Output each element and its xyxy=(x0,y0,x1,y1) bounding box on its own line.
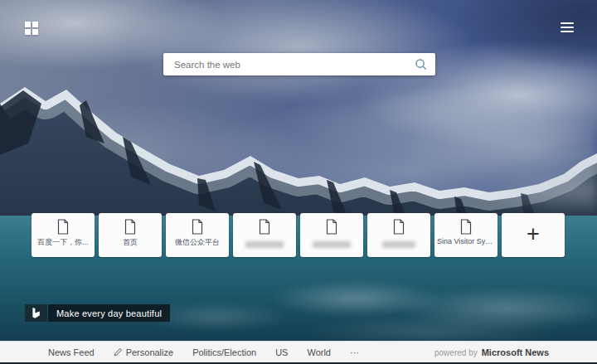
news-menu: News Feed Personalize Politics/Election … xyxy=(48,347,359,357)
tile-wechat-platform[interactable]: 微信公众平台 xyxy=(166,213,229,257)
search-icon xyxy=(415,58,428,71)
bing-tagline: Make every day beautiful xyxy=(48,304,170,322)
pencil-icon xyxy=(114,347,123,357)
document-icon xyxy=(191,219,204,235)
tile-sina-visitor[interactable]: Sina Visitor Sys... xyxy=(434,213,498,257)
windows-logo-quadrant xyxy=(25,29,31,35)
tab-label: News Feed xyxy=(48,347,95,357)
tile-redacted-3[interactable] xyxy=(367,213,430,257)
windows-logo-quadrant xyxy=(25,22,31,27)
hamburger-icon xyxy=(561,31,574,32)
add-site-tile[interactable]: + xyxy=(502,213,565,257)
bing-wallpaper-badge[interactable]: Make every day beautiful xyxy=(25,304,170,322)
windows-logo-quadrant xyxy=(32,29,38,35)
redacted-label xyxy=(313,241,351,248)
bing-logo-icon xyxy=(32,308,41,319)
windows-logo-quadrant xyxy=(32,22,38,27)
ellipsis-icon: ··· xyxy=(350,347,359,357)
tile-redacted-2[interactable] xyxy=(300,213,363,257)
document-icon xyxy=(392,219,405,235)
personalize-button[interactable]: Personalize xyxy=(114,347,173,357)
news-feed-tab[interactable]: News Feed xyxy=(48,347,95,357)
more-tabs-button[interactable]: ··· xyxy=(350,347,359,357)
search-button[interactable] xyxy=(407,53,435,75)
search-bar xyxy=(163,53,435,75)
top-sites-row: 百度一下，你... 首页 微信公众平台 Sina Visitor Sys... … xyxy=(32,213,565,257)
microsoft-news-link[interactable]: Microsoft News xyxy=(482,347,549,357)
us-tab[interactable]: US xyxy=(275,347,288,357)
document-icon xyxy=(459,219,473,235)
tile-label: Sina Visitor Sys... xyxy=(437,237,495,245)
world-tab[interactable]: World xyxy=(307,347,331,357)
document-icon xyxy=(56,219,70,235)
redacted-label xyxy=(382,241,415,248)
news-feed-bar: News Feed Personalize Politics/Election … xyxy=(0,341,597,362)
plus-icon: + xyxy=(527,223,540,245)
windows-logo-button[interactable] xyxy=(25,22,38,35)
tile-label: 百度一下，你... xyxy=(37,237,89,248)
cloud-overlay xyxy=(0,91,597,224)
tab-label: US xyxy=(275,347,288,357)
politics-election-tab[interactable]: Politics/Election xyxy=(192,347,256,357)
powered-by: powered by Microsoft News xyxy=(434,347,549,357)
tab-label: Politics/Election xyxy=(192,347,256,357)
new-tab-page: 百度一下，你... 首页 微信公众平台 Sina Visitor Sys... … xyxy=(0,0,597,364)
document-icon xyxy=(124,219,137,235)
bing-logo-box xyxy=(25,304,47,322)
hamburger-menu-button[interactable] xyxy=(561,22,574,35)
lake-reflections xyxy=(0,249,597,341)
redacted-label xyxy=(245,241,284,248)
document-icon xyxy=(325,219,338,235)
hamburger-icon xyxy=(561,27,574,28)
tile-label: 首页 xyxy=(123,237,138,248)
tile-baidu[interactable]: 百度一下，你... xyxy=(32,213,95,257)
document-icon xyxy=(258,219,271,235)
tab-label: World xyxy=(307,347,331,357)
hamburger-icon xyxy=(561,22,574,24)
powered-by-label: powered by xyxy=(434,348,478,357)
tile-redacted-1[interactable] xyxy=(233,213,296,257)
tile-homepage[interactable]: 首页 xyxy=(99,213,162,257)
tile-label: 微信公众平台 xyxy=(175,237,220,248)
tab-label: Personalize xyxy=(126,347,173,357)
search-input[interactable] xyxy=(163,53,407,75)
